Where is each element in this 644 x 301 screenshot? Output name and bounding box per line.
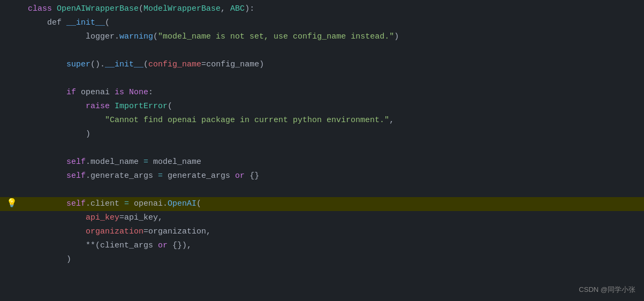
code-token: .model_name — [86, 157, 143, 167]
code-token: ( — [153, 32, 158, 41]
code-token: None — [129, 88, 148, 97]
bulb-icon[interactable]: 💡 — [6, 197, 17, 211]
code-token: . — [163, 199, 168, 208]
code-line: self.model_name = model_name — [0, 155, 644, 169]
code-token: = — [124, 199, 134, 208]
code-content: self.model_name = model_name — [24, 156, 644, 169]
code-content — [24, 72, 644, 85]
code-token: ModelWrapperBase — [143, 4, 221, 13]
code-content — [24, 44, 644, 57]
code-line: super().__init__(config_name=config_name… — [0, 58, 644, 72]
code-line: class OpenAIWrapperBase(ModelWrapperBase… — [0, 2, 644, 16]
code-line: "Cannot find openai package in current p… — [0, 114, 644, 127]
code-content: ) — [24, 128, 644, 141]
code-token: ( — [196, 199, 201, 208]
code-content — [24, 184, 644, 197]
code-content: if openai is None: — [24, 86, 644, 99]
code-content: ) — [24, 253, 644, 266]
code-token: "model_name is not set, use config_name … — [158, 32, 394, 41]
code-content: self.client = openai.OpenAI( — [24, 198, 644, 210]
code-token: {}), — [172, 241, 192, 250]
code-token: **(client_args — [28, 241, 158, 250]
code-line: if openai is None: — [0, 86, 644, 100]
code-content: raise ImportError( — [24, 100, 644, 113]
code-token: .generate_args — [86, 171, 158, 180]
code-line: def __init__( — [0, 16, 644, 30]
code-token: OpenAI — [168, 199, 196, 208]
code-token: raise — [28, 102, 115, 111]
code-token: openai — [134, 199, 163, 208]
code-content: def __init__( — [24, 17, 644, 29]
code-content — [24, 142, 644, 155]
code-token: . — [115, 32, 119, 41]
code-token: self — [66, 157, 86, 167]
code-token: ( — [139, 4, 143, 13]
code-token: ) — [259, 60, 264, 69]
code-line: ) — [0, 253, 644, 267]
code-token: ( — [143, 60, 148, 69]
code-token: ( — [168, 102, 172, 111]
code-content: class OpenAIWrapperBase(ModelWrapperBase… — [24, 3, 644, 16]
code-line: raise ImportError( — [0, 100, 644, 114]
code-token: "Cannot find openai package in current p… — [28, 116, 389, 125]
code-token: if — [28, 88, 81, 97]
code-token — [28, 157, 66, 167]
code-token: , — [389, 116, 394, 125]
code-token: super — [28, 60, 90, 69]
code-line: organization=organization, — [0, 225, 644, 239]
code-token: is — [115, 88, 129, 97]
code-token: __init__ — [105, 60, 143, 69]
code-token: class — [28, 4, 57, 13]
code-line — [0, 44, 644, 58]
code-token: self — [66, 171, 86, 180]
code-token: config_name — [148, 60, 201, 69]
code-token: {} — [249, 171, 259, 180]
code-token: self — [66, 199, 86, 208]
code-token: openai — [81, 88, 115, 97]
code-token: = — [201, 60, 206, 69]
watermark-text: CSDN @同学小张 — [579, 284, 635, 296]
code-token — [28, 171, 66, 180]
code-line: **(client_args or {}), — [0, 239, 644, 253]
code-line — [0, 72, 644, 86]
code-token: ImportError — [115, 102, 168, 111]
code-token: generate_args — [168, 171, 235, 180]
code-token: or — [235, 171, 249, 180]
code-token: =api_key, — [119, 213, 163, 222]
code-content: self.generate_args = generate_args or {} — [24, 170, 644, 183]
code-content: super().__init__(config_name=config_name… — [24, 58, 644, 71]
code-content: logger.warning("model_name is not set, u… — [24, 31, 644, 43]
code-line: ) — [0, 127, 644, 141]
code-line: self.generate_args = generate_args or {} — [0, 169, 644, 183]
code-token: .client — [86, 199, 124, 208]
code-token: ): — [245, 4, 254, 13]
code-token: (). — [90, 60, 105, 69]
code-token: OpenAIWrapperBase — [57, 4, 139, 13]
code-line: 💡 self.client = openai.OpenAI( — [0, 197, 644, 211]
code-content: **(client_args or {}), — [24, 239, 644, 252]
code-token: , — [221, 4, 230, 13]
code-content: "Cannot find openai package in current p… — [24, 114, 644, 127]
code-token: warning — [119, 32, 153, 41]
code-token: model_name — [153, 157, 201, 167]
code-token: or — [158, 241, 172, 250]
code-content: organization=organization, — [24, 225, 644, 238]
code-token: logger — [28, 32, 115, 41]
code-line: api_key=api_key, — [0, 211, 644, 225]
code-line: logger.warning("model_name is not set, u… — [0, 30, 644, 44]
code-token: config_name — [206, 60, 259, 69]
code-token: = — [143, 157, 153, 167]
code-token: def — [28, 18, 66, 27]
code-token: organization — [28, 227, 143, 236]
line-gutter: 💡 — [0, 197, 24, 211]
code-token — [28, 199, 66, 208]
code-token: =organization, — [143, 227, 211, 236]
code-token: ) — [394, 32, 399, 41]
code-token: __init__ — [66, 18, 105, 27]
code-line — [0, 141, 644, 155]
code-token: = — [158, 171, 168, 180]
code-token: ( — [105, 18, 110, 27]
code-token: ABC — [230, 4, 245, 13]
code-token: ) — [28, 255, 71, 264]
code-token: api_key — [28, 213, 119, 222]
